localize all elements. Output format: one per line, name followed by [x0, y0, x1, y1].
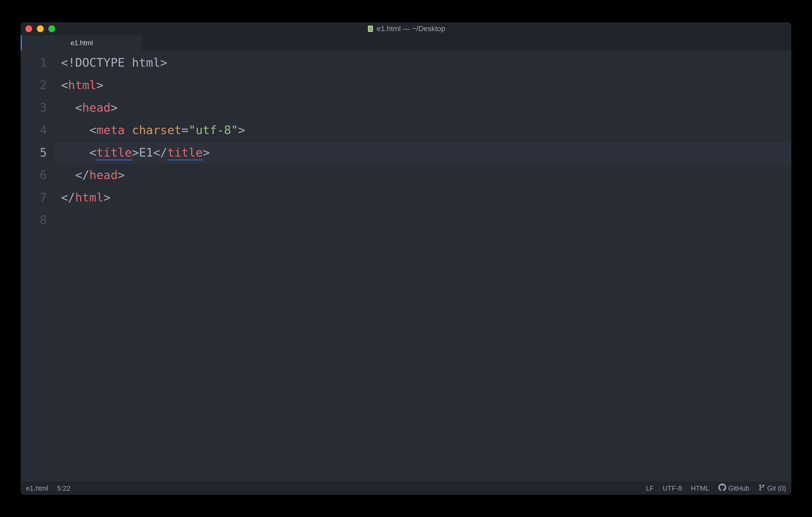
editor-area: 12345678 <!DOCTYPE html><html> <head> <m…	[21, 51, 791, 482]
status-git-label: Git (0)	[767, 484, 786, 492]
code-line[interactable]: </html>	[55, 186, 791, 209]
statusbar-right: LF UTF-8 HTML GitHub Git (0)	[646, 484, 786, 493]
status-filename[interactable]: e1.html	[26, 484, 48, 492]
code-line[interactable]	[55, 209, 791, 231]
tab-label: e1.html	[70, 39, 93, 47]
gutter[interactable]: 12345678	[21, 51, 55, 482]
window-title: e1.html — ~/Desktop	[367, 25, 445, 33]
statusbar: e1.html 5:22 LF UTF-8 HTML GitHub Git (0…	[21, 482, 791, 495]
line-number[interactable]: 8	[21, 209, 47, 231]
status-cursor[interactable]: 5:22	[57, 484, 70, 492]
status-encoding[interactable]: UTF-8	[663, 484, 682, 492]
code-line[interactable]: <!DOCTYPE html>	[55, 52, 791, 74]
github-icon	[718, 484, 726, 493]
status-eol[interactable]: LF	[646, 484, 654, 492]
status-language[interactable]: HTML	[691, 484, 709, 492]
window-title-text: e1.html — ~/Desktop	[377, 25, 445, 33]
close-window-button[interactable]	[25, 25, 32, 32]
line-number[interactable]: 3	[21, 96, 47, 119]
code-line[interactable]: <meta charset="utf-8">	[55, 119, 791, 142]
svg-rect-1	[369, 26, 372, 31]
statusbar-left: e1.html 5:22	[26, 484, 70, 492]
code-line[interactable]: <title>E1</title>	[55, 142, 791, 164]
maximize-window-button[interactable]	[49, 25, 55, 32]
status-github[interactable]: GitHub	[718, 484, 750, 493]
editor-window: e1.html — ~/Desktop e1.html 12345678 <!D…	[21, 22, 791, 495]
code-line[interactable]: <html>	[55, 74, 791, 96]
line-number[interactable]: 7	[21, 186, 47, 209]
tab-e1-html[interactable]: e1.html	[22, 35, 142, 51]
git-branch-icon	[758, 484, 765, 493]
line-number[interactable]: 5	[21, 142, 47, 164]
line-number[interactable]: 1	[21, 52, 47, 74]
titlebar[interactable]: e1.html — ~/Desktop	[21, 22, 791, 35]
file-icon	[367, 25, 374, 32]
code-line[interactable]: <head>	[55, 96, 791, 119]
tab-bar: e1.html	[21, 35, 791, 51]
line-number[interactable]: 4	[21, 119, 47, 142]
code-area[interactable]: <!DOCTYPE html><html> <head> <meta chars…	[55, 51, 791, 482]
code-line[interactable]: </head>	[55, 164, 791, 186]
traffic-lights	[25, 25, 55, 32]
line-number[interactable]: 2	[21, 74, 47, 96]
line-number[interactable]: 6	[21, 164, 47, 186]
status-git[interactable]: Git (0)	[758, 484, 786, 493]
minimize-window-button[interactable]	[37, 25, 44, 32]
status-github-label: GitHub	[728, 484, 750, 492]
